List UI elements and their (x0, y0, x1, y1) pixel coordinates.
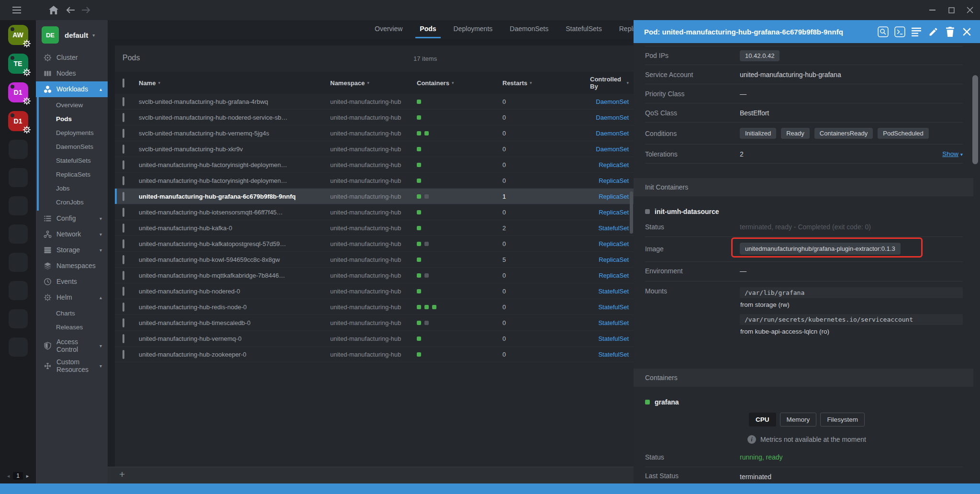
row-checkbox[interactable] (122, 255, 124, 264)
row-checkbox[interactable] (122, 287, 124, 296)
controlled-by-link[interactable]: ReplicaSet (599, 161, 629, 168)
sidebar-item-custom-resources[interactable]: Custom Resources▾ (36, 356, 108, 376)
controlled-by-link[interactable]: StatefulSet (598, 303, 629, 311)
pod-row[interactable]: united-manufacturing-hub-vernemq-0united… (115, 331, 634, 347)
row-checkbox[interactable] (122, 350, 124, 359)
pod-row[interactable]: united-manufacturing-hub-kafkatopostgres… (115, 236, 634, 252)
metric-tab-filesystem[interactable]: Filesystem (820, 413, 865, 427)
pod-row[interactable]: united-manufacturing-hub-timescaledb-0un… (115, 315, 634, 331)
row-checkbox[interactable] (122, 303, 124, 312)
terminal-icon[interactable] (894, 26, 905, 37)
pod-row[interactable]: svclb-united-manufacturing-hub-nodered-s… (115, 110, 634, 125)
controlled-by-link[interactable]: ReplicaSet (599, 272, 629, 279)
search-icon[interactable] (877, 26, 889, 37)
sidebar-subitem-jobs[interactable]: Jobs (36, 181, 108, 195)
tab-daemonsets[interactable]: DaemonSets (508, 20, 550, 39)
sidebar-subitem-overview[interactable]: Overview (36, 98, 108, 112)
tab-replicasets[interactable]: ReplicaSets (618, 20, 634, 39)
controlled-by-link[interactable]: StatefulSet (598, 225, 629, 232)
row-checkbox[interactable] (122, 224, 124, 233)
back-arrow-icon[interactable] (65, 5, 76, 15)
row-checkbox[interactable] (122, 318, 124, 327)
metric-tab-cpu[interactable]: CPU (749, 413, 776, 427)
minimize-button[interactable] (927, 5, 937, 15)
sidebar-subitem-cronjobs[interactable]: CronJobs (36, 195, 108, 209)
sidebar-subitem-deployments[interactable]: Deployments (36, 126, 108, 140)
tab-deployments[interactable]: Deployments (452, 20, 494, 39)
pod-row[interactable]: united-manufacturing-hub-kowl-594659cc8c… (115, 252, 634, 268)
controlled-by-link[interactable]: DaemonSet (596, 130, 629, 137)
row-checkbox[interactable] (122, 239, 124, 248)
pod-row[interactable]: united-manufacturing-hub-redis-node-0uni… (115, 299, 634, 315)
column-header-controlled-by[interactable]: Controlled By▾ (590, 76, 634, 90)
show-tolerations-link[interactable]: Show▾ (942, 150, 963, 157)
pod-row[interactable]: svclb-united-manufacturing-hub-xkr9vunit… (115, 141, 634, 157)
column-header-restarts[interactable]: Restarts▾ (502, 79, 590, 87)
pod-row[interactable]: united-manufacturing-hub-grafana-6c679b9… (115, 189, 634, 204)
pod-row[interactable]: united-manufacturing-hub-kafka-0united-m… (115, 220, 634, 236)
row-checkbox[interactable] (122, 208, 124, 217)
metric-tab-memory[interactable]: Memory (780, 413, 817, 427)
row-checkbox[interactable] (122, 113, 124, 122)
sidebar-subitem-daemonsets[interactable]: DaemonSets (36, 140, 108, 154)
pod-row[interactable]: united-manufacturing-hub-zookeeper-0unit… (115, 347, 634, 362)
controlled-by-link[interactable]: DaemonSet (596, 114, 629, 121)
cluster-avatar[interactable]: D1 (8, 82, 28, 102)
pod-row[interactable]: united-manufacturing-hub-factoryinsight-… (115, 157, 634, 173)
sidebar-subitem-statefulsets[interactable]: StatefulSets (36, 154, 108, 168)
table-scrollbar[interactable] (630, 191, 633, 234)
close-window-button[interactable] (965, 5, 975, 15)
cluster-avatar[interactable]: D1 (8, 111, 28, 131)
tab-overview[interactable]: Overview (373, 20, 404, 39)
cluster-switcher[interactable]: DE default ▾ (36, 20, 108, 50)
controlled-by-link[interactable]: ReplicaSet (599, 177, 629, 184)
pod-row[interactable]: united-manufacturing-hub-mqttkafkabridge… (115, 268, 634, 283)
sidebar-subitem-charts[interactable]: Charts (36, 306, 108, 320)
row-checkbox[interactable] (122, 334, 124, 343)
pod-row[interactable]: united-manufacturing-hub-nodered-0united… (115, 283, 634, 299)
controlled-by-link[interactable]: DaemonSet (596, 146, 629, 153)
logs-icon[interactable] (911, 26, 922, 37)
delete-icon[interactable] (944, 26, 956, 37)
controlled-by-link[interactable]: StatefulSet (598, 335, 629, 342)
pod-row[interactable]: svclb-united-manufacturing-hub-grafana-4… (115, 94, 634, 110)
controlled-by-link[interactable]: ReplicaSet (599, 193, 629, 200)
page-next-icon[interactable]: ▸ (26, 473, 29, 479)
column-header-containers[interactable]: Containers▾ (417, 79, 502, 87)
page-prev-icon[interactable]: ◂ (7, 473, 10, 479)
menu-icon[interactable] (11, 5, 22, 15)
controlled-by-link[interactable]: ReplicaSet (599, 256, 629, 263)
cluster-avatar[interactable]: TE (8, 54, 28, 74)
select-all-checkbox[interactable] (122, 79, 124, 88)
controlled-by-link[interactable]: ReplicaSet (599, 209, 629, 216)
controlled-by-link[interactable]: StatefulSet (598, 319, 629, 326)
controlled-by-link[interactable]: DaemonSet (596, 98, 629, 105)
edit-icon[interactable] (927, 26, 939, 37)
sidebar-item-cluster[interactable]: Cluster (36, 50, 108, 66)
sidebar-item-storage[interactable]: Storage▾ (36, 242, 108, 258)
sidebar-item-workloads[interactable]: Workloads▴ (36, 81, 108, 97)
row-checkbox[interactable] (122, 160, 124, 169)
sidebar-subitem-replicasets[interactable]: ReplicaSets (36, 168, 108, 181)
column-header-namespace[interactable]: Namespace▾ (330, 79, 417, 87)
sidebar-item-events[interactable]: Events (36, 274, 108, 290)
tab-pods[interactable]: Pods (418, 20, 437, 39)
maximize-button[interactable] (947, 5, 956, 15)
row-checkbox[interactable] (122, 192, 124, 201)
row-checkbox[interactable] (122, 271, 124, 280)
sidebar-item-access-control[interactable]: Access Control▾ (36, 336, 108, 356)
home-icon[interactable] (48, 5, 59, 15)
sidebar-subitem-releases[interactable]: Releases (36, 320, 108, 334)
controlled-by-link[interactable]: StatefulSet (598, 288, 629, 295)
new-terminal-button[interactable]: + (119, 469, 125, 480)
row-checkbox[interactable] (122, 145, 124, 154)
sidebar-item-namespaces[interactable]: Namespaces (36, 258, 108, 274)
sidebar-subitem-pods[interactable]: Pods (36, 112, 108, 126)
sidebar-item-helm[interactable]: Helm▴ (36, 290, 108, 305)
drawer-scrollbar[interactable] (972, 75, 978, 164)
controlled-by-link[interactable]: ReplicaSet (599, 240, 629, 247)
row-checkbox[interactable] (122, 97, 124, 106)
forward-arrow-icon[interactable] (81, 5, 91, 15)
cluster-avatar[interactable]: AW (8, 25, 28, 45)
pod-row[interactable]: united-manufacturing-hub-iotsensorsmqtt-… (115, 204, 634, 220)
